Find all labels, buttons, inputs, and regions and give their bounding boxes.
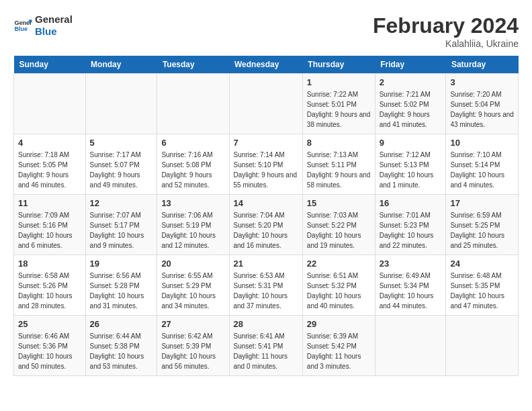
day-info-line: Sunrise: 6:55 AM	[161, 271, 224, 281]
day-number: 1	[307, 77, 371, 87]
calendar-cell: 23Sunrise: 6:49 AMSunset: 5:34 PMDayligh…	[375, 255, 446, 316]
day-number: 5	[90, 138, 153, 148]
calendar-cell: 18Sunrise: 6:58 AMSunset: 5:26 PMDayligh…	[14, 255, 86, 316]
calendar-cell: 20Sunrise: 6:55 AMSunset: 5:29 PMDayligh…	[157, 255, 229, 316]
day-info-line: Sunset: 5:02 PM	[380, 99, 442, 109]
calendar-cell: 3Sunrise: 7:20 AMSunset: 5:04 PMDaylight…	[446, 74, 519, 134]
day-info-line: Sunset: 5:14 PM	[450, 160, 514, 170]
day-info-line: Daylight: 10 hours and 40 minutes.	[307, 291, 371, 311]
day-header-saturday: Saturday	[446, 56, 519, 74]
calendar-week-row: 11Sunrise: 7:09 AMSunset: 5:16 PMDayligh…	[14, 195, 519, 255]
day-info-line: Daylight: 10 hours and 9 minutes.	[90, 230, 153, 250]
day-info-line: Sunset: 5:36 PM	[18, 341, 81, 351]
day-info-line: Daylight: 11 hours and 0 minutes.	[234, 351, 298, 371]
day-number: 8	[307, 138, 371, 148]
logo-text-blue: Blue	[35, 26, 73, 38]
day-number: 15	[307, 198, 371, 208]
day-info-line: Sunset: 5:38 PM	[90, 341, 153, 351]
day-info-line: Sunrise: 6:44 AM	[90, 331, 153, 341]
calendar-cell: 25Sunrise: 6:46 AMSunset: 5:36 PMDayligh…	[14, 316, 86, 376]
day-number: 17	[450, 198, 514, 208]
day-info-line: Daylight: 9 hours and 43 minutes.	[450, 109, 514, 130]
day-number: 11	[18, 198, 81, 208]
day-info-line: Sunset: 5:20 PM	[234, 220, 298, 230]
day-info-line: Sunrise: 7:03 AM	[307, 210, 371, 220]
calendar-cell: 19Sunrise: 6:56 AMSunset: 5:28 PMDayligh…	[85, 255, 157, 316]
calendar-cell: 29Sunrise: 6:39 AMSunset: 5:42 PMDayligh…	[302, 316, 375, 376]
day-info-line: Daylight: 10 hours and 1 minute.	[380, 170, 442, 190]
calendar-cell	[157, 74, 229, 134]
day-info-line: Sunset: 5:42 PM	[307, 341, 371, 351]
day-info-line: Daylight: 9 hours and 52 minutes.	[161, 170, 224, 190]
day-info-line: Sunset: 5:39 PM	[161, 341, 224, 351]
calendar-cell: 22Sunrise: 6:51 AMSunset: 5:32 PMDayligh…	[302, 255, 375, 316]
day-info-line: Sunset: 5:11 PM	[307, 160, 371, 170]
day-info-line: Daylight: 9 hours and 49 minutes.	[90, 170, 153, 190]
day-number: 23	[380, 259, 442, 269]
day-info-line: Daylight: 11 hours and 3 minutes.	[307, 351, 371, 371]
day-info-line: Sunrise: 7:01 AM	[380, 210, 442, 220]
calendar-cell: 4Sunrise: 7:18 AMSunset: 5:05 PMDaylight…	[14, 134, 86, 195]
day-number: 10	[450, 138, 514, 148]
day-info-line: Sunrise: 7:09 AM	[18, 210, 81, 220]
calendar-cell: 27Sunrise: 6:42 AMSunset: 5:39 PMDayligh…	[157, 316, 229, 376]
day-info-line: Daylight: 9 hours and 41 minutes.	[380, 109, 442, 130]
day-info-line: Daylight: 9 hours and 38 minutes.	[307, 109, 371, 130]
day-info-line: Sunset: 5:26 PM	[18, 281, 81, 291]
day-info-line: Sunrise: 6:59 AM	[450, 210, 514, 220]
day-info-line: Daylight: 10 hours and 31 minutes.	[90, 291, 153, 311]
calendar-cell: 8Sunrise: 7:13 AMSunset: 5:11 PMDaylight…	[302, 134, 375, 195]
day-info-line: Sunrise: 6:41 AM	[234, 331, 298, 341]
day-number: 14	[234, 198, 298, 208]
day-info-line: Sunset: 5:25 PM	[450, 220, 514, 230]
calendar-week-row: 25Sunrise: 6:46 AMSunset: 5:36 PMDayligh…	[14, 316, 519, 376]
calendar-cell	[14, 74, 86, 134]
day-info-line: Sunset: 5:31 PM	[234, 281, 298, 291]
day-info-line: Sunrise: 7:16 AM	[161, 150, 224, 160]
day-header-wednesday: Wednesday	[229, 56, 302, 74]
day-info-line: Sunrise: 7:22 AM	[307, 89, 371, 99]
day-number: 26	[90, 319, 153, 329]
day-info-line: Sunset: 5:23 PM	[380, 220, 442, 230]
day-number: 7	[234, 138, 298, 148]
day-info-line: Daylight: 10 hours and 25 minutes.	[450, 230, 514, 250]
day-info-line: Daylight: 10 hours and 16 minutes.	[234, 230, 298, 250]
day-info-line: Daylight: 10 hours and 47 minutes.	[450, 291, 514, 311]
day-info-line: Sunrise: 6:42 AM	[161, 331, 224, 341]
day-info-line: Daylight: 10 hours and 37 minutes.	[234, 291, 298, 311]
day-info-line: Daylight: 10 hours and 4 minutes.	[450, 170, 514, 190]
page-header: General Blue General Blue February 2024 …	[13, 13, 519, 49]
day-info-line: Sunset: 5:41 PM	[234, 341, 298, 351]
day-number: 19	[90, 259, 153, 269]
day-number: 20	[161, 259, 224, 269]
day-info-line: Sunset: 5:13 PM	[380, 160, 442, 170]
day-info-line: Sunrise: 6:49 AM	[380, 271, 442, 281]
day-number: 9	[380, 138, 442, 148]
day-info-line: Daylight: 10 hours and 44 minutes.	[380, 291, 442, 311]
day-info-line: Sunset: 5:29 PM	[161, 281, 224, 291]
calendar-cell: 28Sunrise: 6:41 AMSunset: 5:41 PMDayligh…	[229, 316, 302, 376]
day-header-monday: Monday	[85, 56, 157, 74]
day-header-tuesday: Tuesday	[157, 56, 229, 74]
day-number: 6	[161, 138, 224, 148]
day-info-line: Sunrise: 6:39 AM	[307, 331, 371, 341]
day-info-line: Sunrise: 7:06 AM	[161, 210, 224, 220]
calendar-week-row: 1Sunrise: 7:22 AMSunset: 5:01 PMDaylight…	[14, 74, 519, 134]
location-subtitle: Kalahliia, Ukraine	[373, 38, 519, 49]
day-info-line: Sunrise: 6:56 AM	[90, 271, 153, 281]
day-header-friday: Friday	[375, 56, 446, 74]
day-number: 24	[450, 259, 514, 269]
day-info-line: Sunrise: 6:48 AM	[450, 271, 514, 281]
day-info-line: Sunrise: 6:46 AM	[18, 331, 81, 341]
day-number: 28	[234, 319, 298, 329]
calendar-cell: 13Sunrise: 7:06 AMSunset: 5:19 PMDayligh…	[157, 195, 229, 255]
calendar-cell: 21Sunrise: 6:53 AMSunset: 5:31 PMDayligh…	[229, 255, 302, 316]
calendar-header-row: SundayMondayTuesdayWednesdayThursdayFrid…	[14, 56, 519, 74]
day-number: 12	[90, 198, 153, 208]
calendar-cell: 5Sunrise: 7:17 AMSunset: 5:07 PMDaylight…	[85, 134, 157, 195]
day-info-line: Sunrise: 7:07 AM	[90, 210, 153, 220]
calendar-cell: 16Sunrise: 7:01 AMSunset: 5:23 PMDayligh…	[375, 195, 446, 255]
title-area: February 2024 Kalahliia, Ukraine	[373, 13, 519, 49]
day-number: 29	[307, 319, 371, 329]
day-number: 16	[380, 198, 442, 208]
